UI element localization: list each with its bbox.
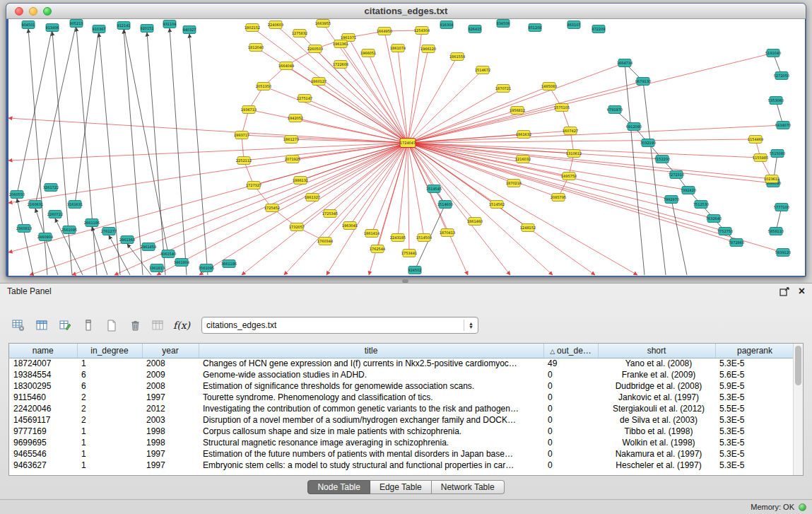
table-row[interactable]: 1938455462009Genome-wide association stu… (9, 369, 794, 380)
graph-node[interactable]: 6791970 (607, 106, 623, 114)
table-row[interactable]: 2242004622012Investigating the contribut… (9, 403, 794, 414)
graph-node[interactable]: 1861327 (305, 194, 320, 201)
graph-edge[interactable] (408, 107, 562, 143)
graph-node[interactable]: 1802152 (245, 24, 260, 32)
graph-node[interactable]: 920151 (140, 25, 153, 33)
graph-node[interactable]: 1812040 (248, 44, 264, 52)
graph-node[interactable]: 1722608 (333, 61, 348, 69)
graph-node[interactable]: 2071925 (285, 156, 300, 163)
table-scrollbar-thumb[interactable] (795, 346, 801, 385)
graph-edge[interactable] (408, 125, 783, 143)
graph-node[interactable]: 3061540 (160, 250, 176, 258)
graph-edge[interactable] (124, 25, 168, 254)
graph-edge[interactable] (284, 143, 408, 275)
graph-node[interactable]: 1727327 (246, 182, 261, 189)
graph-node[interactable]: 872209 (592, 25, 605, 33)
table-row[interactable]: 911546021997Tourette syndrome. Phenomeno… (9, 392, 794, 403)
graph-edge[interactable] (114, 143, 408, 275)
graph-edge[interactable] (291, 139, 408, 143)
graph-node[interactable]: 1607427 (563, 127, 578, 135)
column-header-year[interactable]: year (142, 344, 199, 358)
graph-edge[interactable] (408, 63, 625, 143)
graph-node[interactable]: 1936713 (241, 106, 257, 114)
graph-node[interactable]: 2360813 (16, 225, 32, 233)
graph-node[interactable]: 1514545 (426, 185, 442, 193)
graph-edge[interactable] (199, 143, 408, 275)
network-canvas[interactable]: 9045019134069052139103679121419201519311… (8, 19, 805, 276)
graph-node[interactable]: 1724047 (400, 139, 416, 148)
graph-node[interactable]: 1514562 (489, 201, 505, 209)
edit-columns-icon[interactable] (57, 317, 73, 334)
graph-node[interactable]: 1216032 (515, 156, 531, 163)
graph-node[interactable]: 1861632 (516, 131, 531, 139)
table-selector-dropdown[interactable]: citations_edges.txt ▲▼ (201, 317, 478, 334)
graph-node[interactable]: 1575105 (554, 104, 570, 112)
graph-node[interactable]: 931104 (163, 21, 176, 28)
column-header-title[interactable]: title (199, 344, 543, 358)
column-header-pagerank[interactable]: pagerank (715, 344, 794, 358)
graph-node[interactable]: 851208 (528, 24, 541, 32)
graph-node[interactable]: 1155985 (753, 154, 768, 162)
graph-edge[interactable] (408, 143, 773, 183)
graph-node[interactable]: 1725345 (322, 210, 338, 218)
graph-node[interactable]: 1762544 (370, 245, 385, 253)
close-panel-icon[interactable]: × (799, 286, 805, 296)
graph-node[interactable]: 2961459 (141, 243, 156, 251)
graph-edge[interactable] (264, 86, 408, 143)
column-header-out_de[interactable]: △out_de… (543, 344, 598, 358)
graph-node[interactable]: 7872860 (729, 239, 744, 247)
graph-node[interactable]: 1956812 (510, 107, 525, 115)
graph-node[interactable]: 1753441 (401, 250, 417, 257)
table-row[interactable]: 1872400712008Changes of HCN gene express… (9, 358, 794, 369)
table-row[interactable]: 969969511998Structural magnetic resonanc… (9, 437, 794, 448)
graph-node[interactable]: 1861460 (467, 218, 483, 226)
graph-node[interactable]: 904501 (21, 21, 35, 29)
graph-node[interactable]: 1870216 (506, 180, 522, 187)
show-columns-icon[interactable] (33, 317, 50, 334)
graph-node[interactable]: 1275832 (292, 30, 307, 37)
graph-edge[interactable] (256, 47, 408, 143)
zoom-window-button[interactable] (43, 7, 52, 16)
graph-node[interactable]: 1993717 (234, 132, 249, 139)
graph-node[interactable]: 2243185 (390, 234, 406, 242)
graph-edge[interactable] (408, 143, 783, 252)
graph-node[interactable]: 5272050 (774, 72, 789, 80)
graph-node[interactable]: 1861074 (390, 45, 406, 52)
graph-node[interactable]: 2460904 (37, 233, 53, 241)
graph-node[interactable]: 1495758 (561, 173, 577, 180)
graph-node[interactable]: 2661186 (84, 219, 100, 227)
graph-node[interactable]: 1248152 (520, 224, 536, 232)
graph-edge[interactable] (157, 143, 408, 275)
graph-node[interactable]: 1870721 (495, 85, 511, 93)
graph-edge[interactable] (242, 135, 408, 143)
graph-node[interactable]: 1485083 (541, 83, 557, 90)
graph-edge[interactable] (408, 53, 773, 143)
graph-node[interactable]: 1664734 (617, 59, 632, 67)
graph-node[interactable]: 7752750 (717, 228, 733, 235)
graph-node[interactable]: 1310612 (566, 150, 582, 158)
table-row[interactable]: 946362711997Embryonic stem cells: a mode… (9, 460, 794, 471)
graph-node[interactable]: 924502 (408, 267, 421, 274)
graph-node[interactable]: 3361813 (149, 264, 165, 272)
graph-node[interactable]: 1861559 (449, 53, 465, 61)
graph-edge[interactable] (341, 44, 408, 143)
graph-edge[interactable] (305, 98, 408, 143)
graph-node[interactable]: 2160631 (28, 201, 43, 209)
table-row[interactable]: 946554611997Estimation of the future num… (9, 448, 794, 460)
graph-node[interactable]: 2260503 (307, 45, 323, 53)
column-header-short[interactable]: short (598, 344, 715, 358)
graph-edge[interactable] (189, 34, 208, 275)
graph-node[interactable]: 940327 (182, 26, 196, 34)
graph-edge[interactable] (99, 33, 120, 275)
graph-node[interactable]: 826415 (468, 25, 481, 33)
graph-node[interactable]: 5434070 (775, 122, 791, 129)
new-table-icon[interactable] (103, 317, 120, 334)
graph-edge[interactable] (325, 143, 408, 241)
graph-node[interactable]: 7392420 (681, 187, 696, 194)
table-scrollbar[interactable] (793, 344, 803, 475)
table-row[interactable]: 1830029562008Estimation of significance … (9, 380, 794, 392)
graph-node[interactable]: 1664049 (278, 62, 294, 70)
graph-node[interactable]: 5353060 (768, 97, 784, 105)
graph-node[interactable]: 1861414 (364, 230, 379, 238)
graph-node[interactable]: 1942052 (288, 115, 303, 122)
